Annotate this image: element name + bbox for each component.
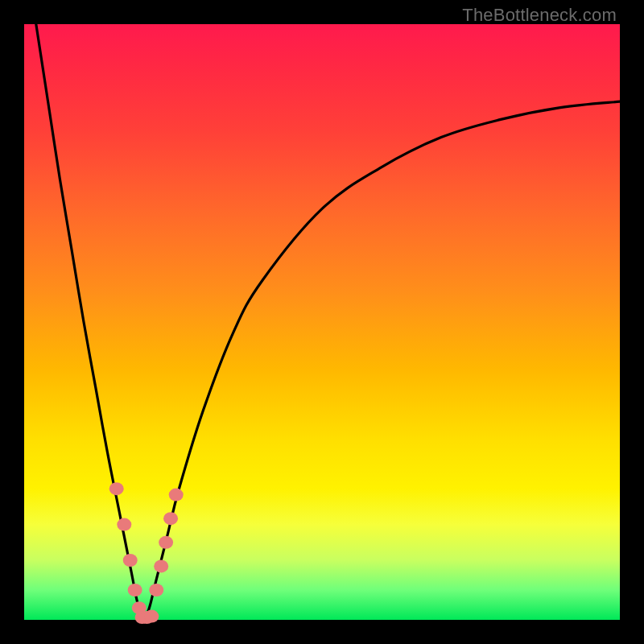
dots-right-branch-dot	[163, 512, 178, 525]
dots-right-branch-dot	[159, 536, 173, 549]
dots-right-branch-dot	[169, 489, 184, 502]
plot-area	[24, 24, 620, 620]
dots-left-branch-dot	[117, 518, 131, 531]
dots-left-branch-dot	[123, 554, 138, 567]
marker-layer	[109, 482, 184, 624]
dots-right-branch-dot	[154, 559, 168, 572]
dots-left-branch-dot	[128, 584, 142, 597]
dots-left-branch-dot	[109, 482, 124, 495]
chart-svg	[24, 24, 620, 620]
dots-minimum-dot	[144, 610, 159, 623]
watermark-text: TheBottleneck.com	[462, 5, 617, 26]
dots-right-branch-dot	[149, 584, 163, 597]
chart-frame: TheBottleneck.com	[0, 0, 644, 644]
